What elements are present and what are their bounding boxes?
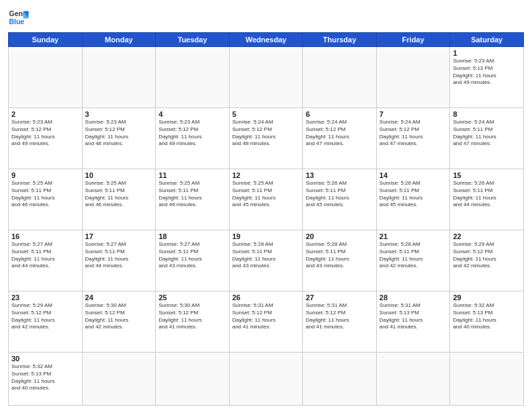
calendar-cell: 10Sunrise: 5:25 AM Sunset: 5:11 PM Dayli… xyxy=(82,169,156,230)
calendar-cell xyxy=(82,47,156,108)
calendar-cell xyxy=(229,353,303,406)
calendar-cell: 11Sunrise: 5:25 AM Sunset: 5:11 PM Dayli… xyxy=(156,169,230,230)
day-info: Sunrise: 5:23 AM Sunset: 5:13 PM Dayligh… xyxy=(453,58,521,87)
day-number: 22 xyxy=(453,232,521,240)
calendar-cell: 3Sunrise: 5:23 AM Sunset: 5:12 PM Daylig… xyxy=(82,108,156,169)
day-number: 9 xyxy=(11,171,79,179)
calendar-cell: 28Sunrise: 5:31 AM Sunset: 5:13 PM Dayli… xyxy=(376,291,450,353)
calendar-cell: 30Sunrise: 5:32 AM Sunset: 5:13 PM Dayli… xyxy=(9,353,83,406)
calendar-week-row: 23Sunrise: 5:29 AM Sunset: 5:12 PM Dayli… xyxy=(9,291,524,353)
calendar-cell: 17Sunrise: 5:27 AM Sunset: 5:11 PM Dayli… xyxy=(82,230,156,291)
calendar-cell: 21Sunrise: 5:28 AM Sunset: 5:11 PM Dayli… xyxy=(376,230,450,291)
day-number: 18 xyxy=(159,232,226,240)
day-info: Sunrise: 5:25 AM Sunset: 5:11 PM Dayligh… xyxy=(232,180,300,209)
calendar-cell: 26Sunrise: 5:31 AM Sunset: 5:12 PM Dayli… xyxy=(229,291,303,353)
day-info: Sunrise: 5:26 AM Sunset: 5:11 PM Dayligh… xyxy=(306,180,373,209)
calendar-table: SundayMondayTuesdayWednesdayThursdayFrid… xyxy=(8,32,524,406)
day-info: Sunrise: 5:25 AM Sunset: 5:11 PM Dayligh… xyxy=(159,180,226,209)
day-number: 3 xyxy=(85,110,153,118)
calendar-cell: 23Sunrise: 5:29 AM Sunset: 5:12 PM Dayli… xyxy=(9,291,83,353)
weekday-header-wednesday: Wednesday xyxy=(229,33,303,47)
day-info: Sunrise: 5:27 AM Sunset: 5:11 PM Dayligh… xyxy=(159,241,226,270)
calendar-cell: 15Sunrise: 5:26 AM Sunset: 5:11 PM Dayli… xyxy=(450,169,524,230)
day-info: Sunrise: 5:24 AM Sunset: 5:12 PM Dayligh… xyxy=(306,119,373,148)
calendar-cell xyxy=(82,353,156,406)
day-number: 20 xyxy=(306,232,373,240)
calendar-cell xyxy=(376,47,450,108)
day-info: Sunrise: 5:25 AM Sunset: 5:11 PM Dayligh… xyxy=(85,180,153,209)
day-info: Sunrise: 5:30 AM Sunset: 5:12 PM Dayligh… xyxy=(159,302,226,331)
day-number: 8 xyxy=(453,110,521,118)
day-number: 1 xyxy=(453,49,521,57)
day-number: 26 xyxy=(232,293,300,302)
day-number: 11 xyxy=(159,171,226,179)
day-number: 30 xyxy=(11,355,79,363)
calendar-cell xyxy=(450,353,524,406)
calendar-cell: 22Sunrise: 5:29 AM Sunset: 5:12 PM Dayli… xyxy=(450,230,524,291)
day-number: 12 xyxy=(232,171,300,179)
day-number: 5 xyxy=(232,110,300,118)
calendar-week-row: 2Sunrise: 5:23 AM Sunset: 5:12 PM Daylig… xyxy=(9,108,524,169)
calendar-cell xyxy=(9,47,83,108)
day-info: Sunrise: 5:31 AM Sunset: 5:12 PM Dayligh… xyxy=(232,302,300,331)
day-number: 21 xyxy=(380,232,447,240)
day-number: 24 xyxy=(85,293,153,302)
calendar-cell: 13Sunrise: 5:26 AM Sunset: 5:11 PM Dayli… xyxy=(303,169,377,230)
calendar-cell xyxy=(303,353,377,406)
calendar-cell: 7Sunrise: 5:24 AM Sunset: 5:12 PM Daylig… xyxy=(376,108,450,169)
day-info: Sunrise: 5:29 AM Sunset: 5:12 PM Dayligh… xyxy=(11,302,79,331)
day-info: Sunrise: 5:31 AM Sunset: 5:12 PM Dayligh… xyxy=(306,302,373,331)
day-info: Sunrise: 5:28 AM Sunset: 5:11 PM Dayligh… xyxy=(306,241,373,270)
weekday-header-friday: Friday xyxy=(376,33,450,47)
header: General Blue xyxy=(8,7,524,28)
day-info: Sunrise: 5:30 AM Sunset: 5:12 PM Dayligh… xyxy=(85,302,153,331)
day-number: 29 xyxy=(453,293,521,302)
day-number: 13 xyxy=(306,171,373,179)
calendar-cell: 29Sunrise: 5:32 AM Sunset: 5:13 PM Dayli… xyxy=(450,291,524,353)
day-number: 4 xyxy=(159,110,226,118)
weekday-header-sunday: Sunday xyxy=(9,33,83,47)
day-number: 16 xyxy=(11,232,79,240)
calendar-cell: 14Sunrise: 5:26 AM Sunset: 5:11 PM Dayli… xyxy=(376,169,450,230)
svg-text:Blue: Blue xyxy=(9,18,25,26)
calendar-cell: 9Sunrise: 5:25 AM Sunset: 5:11 PM Daylig… xyxy=(9,169,83,230)
calendar-cell: 18Sunrise: 5:27 AM Sunset: 5:11 PM Dayli… xyxy=(156,230,230,291)
calendar-cell xyxy=(156,353,230,406)
day-info: Sunrise: 5:23 AM Sunset: 5:12 PM Dayligh… xyxy=(11,119,79,148)
calendar-cell: 5Sunrise: 5:24 AM Sunset: 5:12 PM Daylig… xyxy=(229,108,303,169)
day-info: Sunrise: 5:27 AM Sunset: 5:11 PM Dayligh… xyxy=(11,241,79,270)
calendar-cell: 8Sunrise: 5:24 AM Sunset: 5:11 PM Daylig… xyxy=(450,108,524,169)
day-number: 23 xyxy=(11,293,79,302)
day-number: 2 xyxy=(11,110,79,118)
day-info: Sunrise: 5:28 AM Sunset: 5:11 PM Dayligh… xyxy=(380,241,447,270)
day-number: 28 xyxy=(380,293,447,302)
day-info: Sunrise: 5:23 AM Sunset: 5:12 PM Dayligh… xyxy=(159,119,226,148)
calendar-week-row: 16Sunrise: 5:27 AM Sunset: 5:11 PM Dayli… xyxy=(9,230,524,291)
page: General Blue SundayMondayTuesdayWednesda… xyxy=(0,0,532,411)
calendar-cell: 20Sunrise: 5:28 AM Sunset: 5:11 PM Dayli… xyxy=(303,230,377,291)
day-number: 27 xyxy=(306,293,373,302)
day-info: Sunrise: 5:28 AM Sunset: 5:11 PM Dayligh… xyxy=(232,241,300,270)
weekday-header-thursday: Thursday xyxy=(303,33,377,47)
day-number: 10 xyxy=(85,171,153,179)
calendar-cell: 4Sunrise: 5:23 AM Sunset: 5:12 PM Daylig… xyxy=(156,108,230,169)
day-info: Sunrise: 5:24 AM Sunset: 5:11 PM Dayligh… xyxy=(453,119,521,148)
calendar-cell: 27Sunrise: 5:31 AM Sunset: 5:12 PM Dayli… xyxy=(303,291,377,353)
weekday-header-monday: Monday xyxy=(82,33,156,47)
day-number: 15 xyxy=(453,171,521,179)
calendar-cell: 24Sunrise: 5:30 AM Sunset: 5:12 PM Dayli… xyxy=(82,291,156,353)
day-info: Sunrise: 5:26 AM Sunset: 5:11 PM Dayligh… xyxy=(453,180,521,209)
calendar-cell xyxy=(156,47,230,108)
day-info: Sunrise: 5:24 AM Sunset: 5:12 PM Dayligh… xyxy=(380,119,447,148)
day-number: 25 xyxy=(159,293,226,302)
calendar-cell: 12Sunrise: 5:25 AM Sunset: 5:11 PM Dayli… xyxy=(229,169,303,230)
calendar-cell: 25Sunrise: 5:30 AM Sunset: 5:12 PM Dayli… xyxy=(156,291,230,353)
day-info: Sunrise: 5:32 AM Sunset: 5:13 PM Dayligh… xyxy=(453,302,521,331)
calendar-cell: 16Sunrise: 5:27 AM Sunset: 5:11 PM Dayli… xyxy=(9,230,83,291)
weekday-header-tuesday: Tuesday xyxy=(156,33,230,47)
calendar-week-row: 9Sunrise: 5:25 AM Sunset: 5:11 PM Daylig… xyxy=(9,169,524,230)
calendar-week-row: 30Sunrise: 5:32 AM Sunset: 5:13 PM Dayli… xyxy=(9,353,524,406)
day-info: Sunrise: 5:24 AM Sunset: 5:12 PM Dayligh… xyxy=(232,119,300,148)
day-number: 6 xyxy=(306,110,373,118)
calendar-cell: 1Sunrise: 5:23 AM Sunset: 5:13 PM Daylig… xyxy=(450,47,524,108)
